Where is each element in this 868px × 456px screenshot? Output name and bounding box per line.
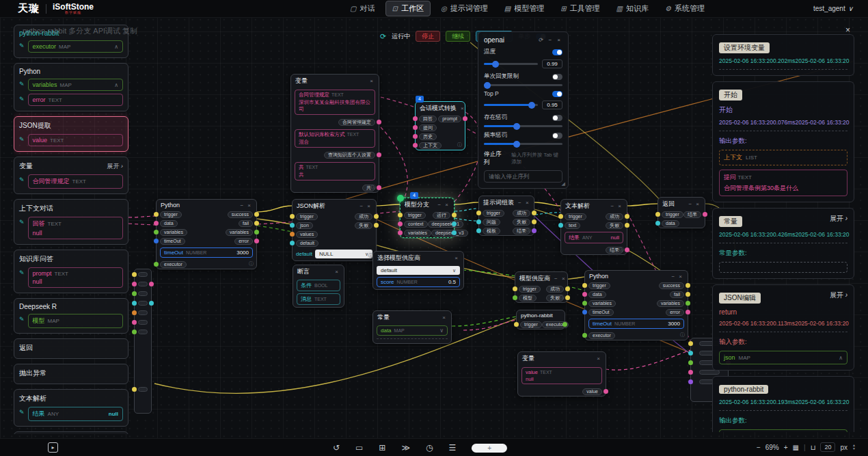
port[interactable]: 结果 [683,211,701,218]
port[interactable]: 失败 [513,219,530,226]
port-dot[interactable] [532,228,537,233]
port[interactable]: error [666,309,684,316]
param-field[interactable]: executorMAP∧ [719,429,847,432]
inspector-section[interactable]: 展开 › JSON编辑 return 2025-02-06 16:33:200.… [712,284,854,371]
port-dot[interactable] [582,301,587,306]
port-dot[interactable] [688,370,693,375]
zoom-in-icon[interactable]: + [784,444,788,451]
port-dot[interactable] [132,320,137,325]
port-dot[interactable] [413,143,418,148]
port[interactable]: context [404,221,428,228]
frequency-penalty-slider[interactable] [484,143,562,145]
palette-card[interactable]: 返回 [14,338,128,359]
port-dot[interactable] [603,389,608,394]
flow-icon[interactable]: ≫ [401,443,410,453]
inspector-section[interactable]: 展开 › 常量 2025-02-06 16:33:200.426ms2025-0… [712,208,854,279]
node-python[interactable]: Python− × triggersuccess datafail variab… [584,270,688,340]
port[interactable]: 成功 [546,286,564,293]
chevron-up-icon[interactable]: ∧ [114,82,118,88]
grid-icon[interactable]: ▦ [793,444,799,451]
port[interactable]: variables [657,300,684,307]
snap-icon[interactable]: ⊔ [811,444,816,451]
port-dot[interactable] [290,241,295,245]
port[interactable]: text [565,222,580,229]
resume-button[interactable]: 继续 [446,31,470,42]
port[interactable]: json [296,222,313,229]
edit-icon[interactable]: ✎ [19,407,25,416]
port[interactable]: trigger [404,212,426,219]
default-select[interactable]: NULL∨ [315,250,372,258]
port[interactable]: variables [226,229,253,236]
port[interactable]: data [662,220,679,227]
edit-icon[interactable]: ✎ [19,94,25,103]
port-dot[interactable] [154,262,159,267]
port[interactable]: 模型 [519,295,537,301]
param-field[interactable]: 上下文LIST [719,150,847,165]
top-p-slider[interactable] [484,104,538,106]
port-dot[interactable] [254,239,259,243]
nav-knowledge[interactable]: ▥知识库 [610,1,655,16]
port[interactable]: trigger [520,321,542,328]
port[interactable]: 回答 [419,116,437,122]
port-dot[interactable] [132,310,137,315]
node-assert[interactable]: 断言× 条件BOOL 消息TEXT [293,265,344,308]
port[interactable]: 问题 [483,219,500,226]
port-dot[interactable] [132,282,137,286]
score-field[interactable]: scoreNUMBER0.5 [377,277,460,287]
chevron-up-icon[interactable]: ∧ [839,355,843,361]
node-constant[interactable]: 常量× dataMAP∨ [372,310,452,344]
window-ops[interactable]: − × [437,202,450,208]
history-icon[interactable]: ◷ [426,443,433,453]
resize-handle[interactable]: ◢ [562,181,565,187]
edit-icon[interactable]: ✎ [19,217,25,226]
param-value[interactable]: 0.99 [542,59,562,68]
expand-link[interactable]: 展开 › [830,214,847,224]
port[interactable]: trigger [296,213,318,220]
port[interactable]: timeOut [588,309,614,316]
port[interactable]: 合同管理规定 [338,119,375,126]
node-conversation-converter[interactable]: 4 会话模式转换× 回答prompt 提问 历史 上下文 ⓘ [415,101,465,150]
port-dot[interactable] [398,222,403,226]
param-toggle[interactable] [552,115,562,121]
port-dot[interactable] [154,230,159,234]
port-dot[interactable] [154,239,159,243]
refresh-icon[interactable]: ⟳ [538,37,545,43]
node-variables[interactable]: 变量× 合同管理规定TEXT深圳市某某金融科技集团有限公司 合同管理规定 默认知… [290,74,379,193]
port[interactable]: 查询知识库个人设置 [324,152,375,159]
port-dot[interactable] [374,223,379,228]
timeout-field[interactable]: timeOutNUMBER3000 [588,319,684,329]
port[interactable]: 失败 [355,222,372,229]
port[interactable]: 历史 [419,133,437,140]
edit-icon[interactable]: ✎ [19,134,25,143]
port-dot[interactable] [582,310,587,314]
add-node-button[interactable]: + [472,444,507,453]
stop-button[interactable]: 停止 [416,31,440,42]
field-value[interactable]: 深圳市某某金融科技集团有限公司 [299,99,371,113]
close-icon[interactable]: × [370,78,375,84]
close-icon[interactable]: × [597,356,601,362]
port-dot[interactable] [452,222,457,226]
port-dot[interactable] [514,322,519,327]
port[interactable]: prompt [438,116,461,122]
param-value[interactable]: 0.95 [542,100,562,109]
port-dot[interactable] [688,341,693,346]
inspector-section[interactable]: python-rabbit 2025-02-06 16:33:200.193ms… [712,376,854,432]
edit-icon[interactable]: ✎ [19,174,25,183]
port[interactable]: 上下文 [419,142,442,149]
assert-field[interactable]: 消息TEXT [297,293,340,305]
nav-workspace[interactable]: ⊡工作区 [385,1,431,16]
window-ops[interactable]: − × [240,202,252,209]
node-prompt-assemble[interactable]: 提示词组装− × trigger成功 问题失败 模板结果 ⓘ [478,196,534,236]
port-dot[interactable] [154,221,159,226]
port-dot[interactable] [565,295,570,300]
port-dot[interactable] [463,116,467,121]
nav-prompt-mgmt[interactable]: ◎提示词管理 [435,1,494,16]
nav-chat[interactable]: ▢对话 [344,1,381,16]
expand-link[interactable]: 展开 › [830,291,847,300]
nav-model-mgmt[interactable]: ▤模型管理 [498,1,550,16]
close-icon[interactable]: × [461,105,465,111]
window-ops[interactable]: − × [554,276,567,282]
user-menu[interactable]: test_agent∨ [813,5,853,12]
param-toggle[interactable] [552,91,562,97]
field-value[interactable]: null [526,376,598,382]
